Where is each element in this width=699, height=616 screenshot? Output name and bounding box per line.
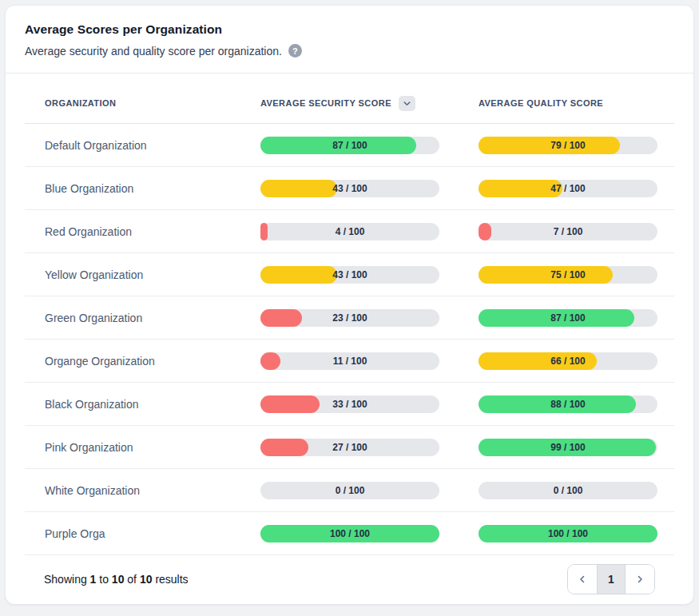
table-row: Red Organization 4 / 100 7 / 100	[25, 210, 674, 253]
summary-total: 10	[140, 573, 153, 586]
table-row: Black Organization 33 / 100 88 / 100	[25, 383, 674, 426]
quality-score-label: 99 / 100	[479, 439, 657, 456]
quality-score-label: 87 / 100	[479, 309, 657, 327]
security-score-label: 11 / 100	[260, 352, 439, 370]
scores-table: Organization Average Security Score Aver…	[6, 74, 693, 603]
organization-name: Red Organization	[25, 225, 260, 238]
security-score-label: 27 / 100	[260, 439, 439, 456]
column-header-quality: Average Quality Score	[479, 98, 674, 108]
sort-security-button[interactable]	[399, 96, 415, 111]
organization-name: Default Organization	[25, 139, 260, 152]
organization-name: Pink Organization	[25, 441, 260, 454]
security-score-label: 0 / 100	[260, 482, 439, 499]
table-header-row: Organization Average Security Score Aver…	[25, 74, 674, 124]
security-score-bar: 4 / 100	[260, 223, 439, 240]
security-score-bar: 43 / 100	[260, 180, 439, 197]
table-row: Yellow Organization 43 / 100 75 / 100	[25, 253, 674, 296]
quality-score-label: 47 / 100	[479, 180, 657, 197]
table-row: Default Organization 87 / 100 79 / 100	[25, 124, 674, 167]
table-row: Green Organization 23 / 100 87 / 100	[25, 296, 674, 340]
previous-page-button[interactable]	[568, 565, 597, 594]
table-row: Organge Organization 11 / 100 66 / 100	[25, 340, 674, 383]
column-header-security-label: Average Security Score	[260, 98, 391, 108]
table-row: Pink Organization 27 / 100 99 / 100	[25, 426, 674, 469]
security-score-label: 4 / 100	[260, 223, 439, 240]
quality-score-bar: 99 / 100	[479, 439, 657, 456]
security-score-bar: 100 / 100	[260, 525, 439, 542]
quality-score-label: 0 / 100	[479, 482, 657, 499]
average-scores-card: Average Scores per Organization Average …	[5, 5, 694, 605]
table-row: White Organization 0 / 100 0 / 100	[25, 469, 674, 512]
quality-score-label: 75 / 100	[479, 266, 657, 284]
results-summary: Showing 1 to 10 of 10 results	[44, 573, 189, 586]
organization-name: Purple Orga	[25, 527, 260, 540]
page-title: Average Scores per Organization	[25, 22, 674, 37]
security-score-bar: 87 / 100	[260, 137, 439, 154]
security-score-label: 43 / 100	[260, 266, 439, 284]
column-header-organization: Organization	[25, 98, 260, 108]
security-score-label: 23 / 100	[260, 309, 439, 327]
quality-score-bar: 47 / 100	[479, 180, 657, 197]
quality-score-label: 7 / 100	[479, 223, 657, 240]
column-header-security: Average Security Score	[260, 96, 479, 111]
page-subtitle: Average security and quality score per o…	[25, 44, 674, 58]
quality-score-label: 79 / 100	[479, 137, 657, 154]
organization-name: Yellow Organization	[25, 268, 260, 281]
organization-name: Black Organization	[25, 398, 260, 411]
organization-name: White Organization	[25, 484, 260, 497]
table-row: Purple Orga 100 / 100 100 / 100	[25, 512, 674, 555]
organization-name: Organge Organization	[25, 355, 260, 368]
security-score-bar: 11 / 100	[260, 352, 439, 370]
summary-showing: Showing	[44, 573, 87, 586]
quality-score-label: 100 / 100	[479, 525, 657, 542]
quality-score-label: 88 / 100	[479, 395, 657, 413]
summary-of-word: of	[127, 573, 137, 586]
table-row: Blue Organization 43 / 100 47 / 100	[25, 167, 674, 210]
security-score-bar: 33 / 100	[260, 395, 439, 413]
next-page-button[interactable]	[626, 565, 654, 594]
quality-score-bar: 7 / 100	[479, 223, 657, 240]
pagination: 1	[567, 564, 655, 594]
summary-from: 1	[90, 573, 97, 586]
quality-score-bar: 75 / 100	[479, 266, 657, 284]
organization-name: Blue Organization	[25, 182, 260, 195]
security-score-label: 100 / 100	[260, 525, 439, 542]
quality-score-label: 66 / 100	[479, 352, 657, 370]
help-icon[interactable]: ?	[288, 44, 302, 58]
security-score-bar: 43 / 100	[260, 266, 439, 284]
summary-to: 10	[112, 573, 125, 586]
summary-results-word: results	[155, 573, 188, 586]
table-footer: Showing 1 to 10 of 10 results 1	[25, 555, 674, 603]
security-score-bar: 0 / 100	[260, 482, 439, 499]
organization-name: Green Organization	[25, 312, 260, 324]
summary-to-word: to	[99, 573, 109, 586]
card-header: Average Scores per Organization Average …	[6, 6, 693, 73]
quality-score-bar: 88 / 100	[479, 395, 657, 413]
security-score-bar: 27 / 100	[260, 439, 439, 456]
security-score-label: 43 / 100	[260, 180, 439, 197]
quality-score-bar: 0 / 100	[479, 482, 657, 499]
security-score-bar: 23 / 100	[260, 309, 439, 327]
security-score-label: 33 / 100	[260, 395, 439, 413]
quality-score-bar: 66 / 100	[479, 352, 657, 370]
quality-score-bar: 100 / 100	[479, 525, 657, 542]
quality-score-bar: 87 / 100	[479, 309, 657, 327]
security-score-label: 87 / 100	[260, 137, 439, 154]
quality-score-bar: 79 / 100	[479, 137, 657, 154]
chevron-down-icon	[403, 99, 411, 108]
page-number-button[interactable]: 1	[597, 565, 626, 594]
chevron-left-icon	[578, 574, 587, 584]
page-subtitle-text: Average security and quality score per o…	[25, 45, 282, 58]
chevron-right-icon	[635, 574, 645, 584]
